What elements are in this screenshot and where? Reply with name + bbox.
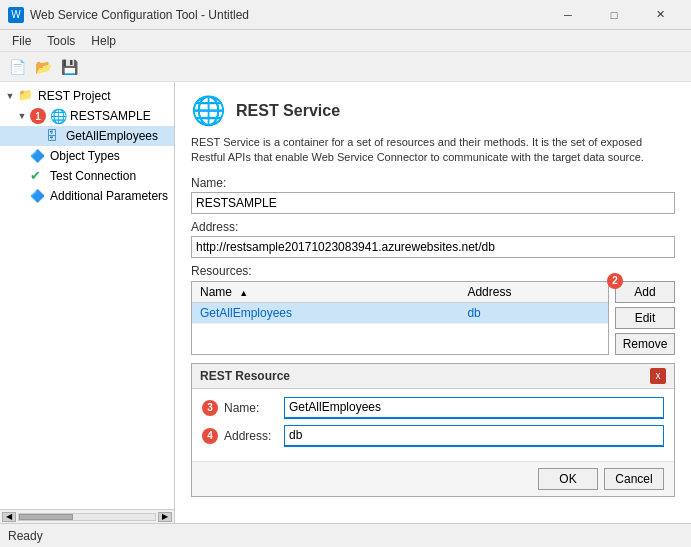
sort-arrow-icon: ▲: [239, 288, 248, 298]
col-name-label: Name: [200, 285, 232, 299]
sidebar-item-additional-params[interactable]: 🔷 Additional Parameters: [0, 186, 174, 206]
folder-icon: 📁: [18, 88, 34, 104]
sidebar-item-object-types[interactable]: 🔷 Object Types: [0, 146, 174, 166]
maximize-button[interactable]: □: [591, 5, 637, 25]
sidebar-item-rest-project[interactable]: ▼ 📁 REST Project: [0, 86, 174, 106]
toolbar: 📄 📂 💾: [0, 52, 691, 82]
col-address-label: Address: [467, 285, 511, 299]
sidebar-item-label: GetAllEmployees: [66, 129, 158, 143]
ok-button[interactable]: OK: [538, 468, 598, 490]
rest-resource-close-button[interactable]: x: [650, 368, 666, 384]
content-area: 🌐 REST Service REST Service is a contain…: [175, 82, 691, 523]
col-name-header[interactable]: Name ▲: [192, 282, 459, 303]
resources-container: Name ▲ Address GetAllEmployees db: [191, 281, 675, 355]
scroll-thumb[interactable]: [19, 514, 73, 520]
sidebar-item-label: REST Project: [38, 89, 110, 103]
menu-tools[interactable]: Tools: [39, 32, 83, 50]
sidebar-item-label: Test Connection: [50, 169, 136, 183]
check-icon: ✔: [30, 168, 46, 184]
tree-arrow-restsample: ▼: [16, 110, 28, 122]
content-description: REST Service is a container for a set of…: [191, 135, 675, 166]
badge-3: 3: [202, 400, 218, 416]
dialog-footer: OK Cancel: [192, 461, 674, 496]
status-text: Ready: [8, 529, 43, 543]
tree-arrow-empty: [16, 190, 28, 202]
window-controls: ─ □ ✕: [545, 5, 683, 25]
rr-address-label: Address:: [224, 429, 284, 443]
sidebar-item-test-connection[interactable]: ✔ Test Connection: [0, 166, 174, 186]
sidebar-item-restsample[interactable]: ▼ 1 🌐 RESTSAMPLE: [0, 106, 174, 126]
remove-button[interactable]: Remove: [615, 333, 675, 355]
cancel-button[interactable]: Cancel: [604, 468, 664, 490]
menu-file[interactable]: File: [4, 32, 39, 50]
col-address-header[interactable]: Address: [459, 282, 608, 303]
rr-address-input[interactable]: [284, 425, 664, 447]
sidebar-item-getallemployees[interactable]: 🗄 GetAllEmployees: [0, 126, 174, 146]
sidebar-item-label: Object Types: [50, 149, 120, 163]
scroll-left-arrow[interactable]: ◀: [2, 512, 16, 522]
save-button[interactable]: 💾: [58, 56, 80, 78]
title-bar: W Web Service Configuration Tool - Untit…: [0, 0, 691, 30]
globe-icon: 🌐: [50, 108, 66, 124]
row-address: db: [459, 302, 608, 323]
edit-button[interactable]: Edit: [615, 307, 675, 329]
sidebar-item-label: RESTSAMPLE: [70, 109, 151, 123]
content-title: REST Service: [236, 102, 340, 120]
rr-name-label: Name:: [224, 401, 284, 415]
add-button[interactable]: Add: [615, 281, 675, 303]
address-input[interactable]: [191, 236, 675, 258]
rr-name-input[interactable]: [284, 397, 664, 419]
scroll-right-arrow[interactable]: ▶: [158, 512, 172, 522]
rest-resource-body: 3 Name: 4 Address:: [192, 389, 674, 461]
tree-arrow-empty: [16, 170, 28, 182]
name-label: Name:: [191, 176, 675, 190]
row-name: GetAllEmployees: [192, 302, 459, 323]
new-button[interactable]: 📄: [6, 56, 28, 78]
sidebar-tree: ▼ 📁 REST Project ▼ 1 🌐 RESTSAMPLE 🗄 GetA…: [0, 82, 174, 210]
resources-table-wrapper: Name ▲ Address GetAllEmployees db: [191, 281, 609, 355]
rest-resource-header: REST Resource x: [192, 364, 674, 389]
param2-icon: 🔷: [30, 188, 46, 204]
rest-service-icon: 🌐: [191, 94, 226, 127]
app-icon: W: [8, 7, 24, 23]
address-label: Address:: [191, 220, 675, 234]
badge-4: 4: [202, 428, 218, 444]
tree-arrow-empty: [32, 130, 44, 142]
rest-resource-title: REST Resource: [200, 369, 290, 383]
menu-bar: File Tools Help: [0, 30, 691, 52]
content-header: 🌐 REST Service: [191, 94, 675, 127]
window-title: Web Service Configuration Tool - Untitle…: [30, 8, 545, 22]
resources-label: Resources:: [191, 264, 675, 278]
sidebar: ▼ 📁 REST Project ▼ 1 🌐 RESTSAMPLE 🗄 GetA…: [0, 82, 175, 523]
sidebar-item-label: Additional Parameters: [50, 189, 168, 203]
status-bar: Ready: [0, 523, 691, 547]
main-container: ▼ 📁 REST Project ▼ 1 🌐 RESTSAMPLE 🗄 GetA…: [0, 82, 691, 523]
badge-1: 1: [30, 108, 46, 124]
resources-buttons: 2 Add Edit Remove: [615, 281, 675, 355]
close-button[interactable]: ✕: [637, 5, 683, 25]
rr-name-field: 3 Name:: [202, 397, 664, 419]
rr-address-field: 4 Address:: [202, 425, 664, 447]
open-button[interactable]: 📂: [32, 56, 54, 78]
tree-arrow: ▼: [4, 90, 16, 102]
db-icon: 🗄: [46, 128, 62, 144]
name-input[interactable]: [191, 192, 675, 214]
resources-table: Name ▲ Address GetAllEmployees db: [192, 282, 608, 324]
scroll-track[interactable]: [18, 513, 156, 521]
badge-2: 2: [607, 273, 623, 289]
param-icon: 🔷: [30, 148, 46, 164]
minimize-button[interactable]: ─: [545, 5, 591, 25]
table-row[interactable]: GetAllEmployees db: [192, 302, 608, 323]
rest-resource-dialog: REST Resource x 3 Name: 4 Address: OK: [191, 363, 675, 497]
tree-arrow-empty: [16, 150, 28, 162]
menu-help[interactable]: Help: [83, 32, 124, 50]
sidebar-hscrollbar[interactable]: ◀ ▶: [0, 509, 174, 523]
